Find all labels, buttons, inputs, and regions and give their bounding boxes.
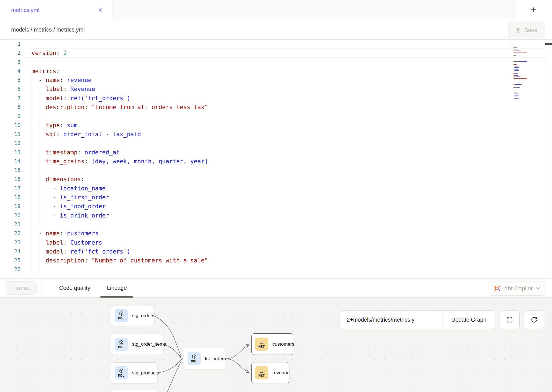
tab-title: metrics.yml bbox=[11, 7, 39, 13]
lineage-node-fct_orders[interactable]: MDLfct_orders bbox=[184, 348, 225, 369]
code-line-content[interactable]: timestamp: ordered_at bbox=[25, 148, 545, 157]
tab-strip-empty bbox=[112, 0, 515, 20]
code-line-content[interactable]: time_grains: [day, week, month, quarter,… bbox=[25, 157, 545, 166]
code-line-25[interactable]: 25 description: "Number of customers wit… bbox=[0, 256, 552, 265]
code-editor[interactable]: 12version: 234metrics:5 - name: revenue6… bbox=[0, 40, 552, 278]
save-button[interactable]: Save bbox=[508, 22, 544, 38]
dbt-copilot-label: dbt Copilot bbox=[505, 285, 532, 292]
code-line-content[interactable]: - name: customers bbox=[25, 229, 545, 238]
code-line-content[interactable]: model: ref('fct_orders') bbox=[25, 247, 545, 256]
code-line-content[interactable] bbox=[25, 58, 545, 67]
model-badge: MDL bbox=[188, 352, 201, 365]
code-line-content[interactable] bbox=[25, 40, 545, 49]
code-line-4[interactable]: 4metrics: bbox=[0, 67, 552, 76]
node-label: fct_orders bbox=[205, 356, 226, 362]
code-line-content[interactable]: metrics: bbox=[25, 67, 545, 76]
code-line-content[interactable]: label: Customers bbox=[25, 238, 545, 247]
code-line-23[interactable]: 23 label: Customers bbox=[0, 238, 552, 247]
chevron-down-icon bbox=[536, 287, 540, 290]
fullscreen-icon bbox=[506, 316, 513, 323]
code-line-content[interactable] bbox=[25, 112, 545, 121]
code-line-3[interactable]: 3 bbox=[0, 58, 552, 67]
line-number: 13 bbox=[0, 148, 25, 157]
save-icon bbox=[515, 27, 521, 33]
lineage-node-stg_orders[interactable]: MDLstg_orders bbox=[111, 305, 153, 326]
code-line-16[interactable]: 16 dimensions: bbox=[0, 175, 552, 184]
refresh-button[interactable] bbox=[524, 310, 544, 329]
code-line-content[interactable]: description: "Number of customers with a… bbox=[25, 256, 545, 265]
minimap[interactable] bbox=[512, 41, 544, 99]
scrollbar-thumb[interactable] bbox=[545, 43, 552, 45]
lineage-node-revenue[interactable]: METrevenue bbox=[251, 362, 289, 383]
code-line-content[interactable] bbox=[25, 265, 545, 274]
code-line-8[interactable]: 8 description: "Income from all orders l… bbox=[0, 103, 552, 112]
node-label: stg_orders bbox=[132, 313, 154, 319]
code-line-content[interactable]: - is_food_order bbox=[25, 202, 545, 211]
line-number: 1 bbox=[0, 40, 25, 49]
code-line-content[interactable]: - location_name bbox=[25, 184, 545, 193]
code-line-content[interactable]: label: Revenue bbox=[25, 85, 545, 94]
line-number: 8 bbox=[0, 103, 25, 112]
lineage-node-stg_products[interactable]: MDLstg_products bbox=[111, 362, 157, 383]
line-number: 7 bbox=[0, 94, 25, 103]
code-line-content[interactable]: sql: order_total - tax_paid bbox=[25, 130, 545, 139]
update-graph-button[interactable]: Update Graph bbox=[443, 311, 495, 329]
code-line-13[interactable]: 13 timestamp: ordered_at bbox=[0, 148, 552, 157]
code-line-5[interactable]: 5 - name: revenue bbox=[0, 76, 552, 85]
code-line-content[interactable] bbox=[25, 139, 545, 148]
code-line-11[interactable]: 11 sql: order_total - tax_paid bbox=[0, 130, 552, 139]
code-line-15[interactable]: 15 bbox=[0, 166, 552, 175]
code-line-19[interactable]: 19 - is_food_order bbox=[0, 202, 552, 211]
code-line-12[interactable]: 12 bbox=[0, 139, 552, 148]
fullscreen-button[interactable] bbox=[500, 310, 520, 329]
code-line-20[interactable]: 20 - is_drink_order bbox=[0, 211, 552, 220]
code-line-22[interactable]: 22 - name: customers bbox=[0, 229, 552, 238]
dbt-copilot-button[interactable]: dbt Copilot bbox=[488, 281, 546, 296]
line-number: 11 bbox=[0, 130, 25, 139]
tab-lineage[interactable]: Lineage bbox=[107, 279, 127, 297]
code-line-content[interactable]: model: ref('fct_orders') bbox=[25, 94, 545, 103]
line-number: 16 bbox=[0, 175, 25, 184]
code-line-content[interactable]: - name: revenue bbox=[25, 76, 545, 85]
code-line-content[interactable]: - is_first_order bbox=[25, 193, 545, 202]
code-line-26[interactable]: 26 bbox=[0, 265, 552, 274]
node-label: revenue bbox=[272, 370, 289, 376]
lineage-canvas[interactable]: MDLstg_ordersMDLstg_order_itemsMDLstg_pr… bbox=[0, 298, 552, 392]
tab-code-quality[interactable]: Code quality bbox=[59, 279, 90, 297]
metric-badge: MET bbox=[255, 366, 268, 379]
format-button[interactable]: Format bbox=[6, 281, 37, 295]
code-line-content[interactable] bbox=[25, 220, 545, 229]
new-tab-button[interactable]: + bbox=[515, 0, 552, 20]
lineage-node-customers[interactable]: METcustomers bbox=[251, 333, 293, 355]
code-line-content[interactable]: description: "Income from all orders les… bbox=[25, 103, 545, 112]
line-number: 6 bbox=[0, 85, 25, 94]
code-line-content[interactable] bbox=[25, 166, 545, 175]
code-line-content[interactable]: dimensions: bbox=[25, 175, 545, 184]
code-line-1[interactable]: 1 bbox=[0, 40, 552, 49]
code-line-content[interactable]: type: sum bbox=[25, 121, 545, 130]
metric-badge: MET bbox=[255, 338, 268, 351]
tab-metrics-yml[interactable]: metrics.yml ✕ bbox=[0, 0, 112, 20]
code-line-2[interactable]: 2version: 2 bbox=[0, 49, 552, 58]
breadcrumb-row: models / metrics / metrics.yml Save bbox=[0, 20, 552, 40]
breadcrumb: models / metrics / metrics.yml bbox=[11, 27, 85, 33]
code-line-7[interactable]: 7 model: ref('fct_orders') bbox=[0, 94, 552, 103]
close-icon[interactable]: ✕ bbox=[98, 7, 103, 13]
model-badge: MDL bbox=[115, 309, 128, 322]
lineage-node-partial_node[interactable] bbox=[111, 390, 157, 392]
code-line-17[interactable]: 17 - location_name bbox=[0, 184, 552, 193]
code-line-18[interactable]: 18 - is_first_order bbox=[0, 193, 552, 202]
code-line-content[interactable]: version: 2 bbox=[25, 49, 545, 58]
code-line-10[interactable]: 10 type: sum bbox=[0, 121, 552, 130]
code-line-6[interactable]: 6 label: Revenue bbox=[0, 85, 552, 94]
lineage-node-stg_order_items[interactable]: MDLstg_order_items bbox=[111, 334, 163, 355]
code-line-14[interactable]: 14 time_grains: [day, week, month, quart… bbox=[0, 157, 552, 166]
code-line-21[interactable]: 21 bbox=[0, 220, 552, 229]
lineage-filter-input[interactable] bbox=[340, 311, 443, 329]
scrollbar-track[interactable] bbox=[545, 40, 545, 278]
code-line-9[interactable]: 9 bbox=[0, 112, 552, 121]
code-line-content[interactable]: - is_drink_order bbox=[25, 211, 545, 220]
line-number: 4 bbox=[0, 67, 25, 76]
code-area[interactable]: 12version: 234metrics:5 - name: revenue6… bbox=[0, 40, 552, 274]
code-line-24[interactable]: 24 model: ref('fct_orders') bbox=[0, 247, 552, 256]
